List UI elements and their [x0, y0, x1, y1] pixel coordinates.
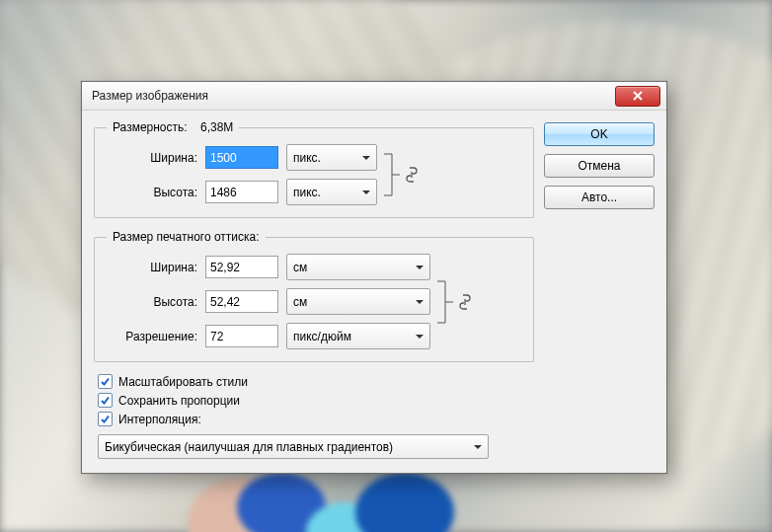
pixel-width-input[interactable] — [205, 146, 278, 169]
resample-label: Интерполяция: — [118, 413, 201, 426]
print-link-brace — [430, 254, 458, 349]
print-height-row: Высота: см — [107, 288, 430, 315]
bracket-icon — [435, 275, 453, 329]
dialog-body: Размерность: 6,38M Ширина: пикс. Высота: — [82, 111, 666, 473]
resolution-label: Разрешение: — [107, 330, 197, 343]
resolution-row: Разрешение: пикс/дюйм — [107, 323, 430, 349]
auto-button-label: Авто... — [581, 190, 617, 204]
print-width-unit-select[interactable]: см — [286, 254, 430, 280]
pixel-height-row: Высота: пикс. — [107, 179, 377, 205]
pixel-dimensions-label: Размерность: — [113, 120, 188, 134]
print-width-unit-text: см — [293, 261, 307, 274]
auto-button[interactable]: Авто... — [544, 186, 655, 209]
cancel-button-label: Отмена — [578, 159, 620, 173]
close-icon — [633, 91, 643, 101]
bracket-icon — [382, 148, 400, 201]
checkbox-icon — [98, 412, 113, 426]
pixel-link-brace — [377, 144, 405, 205]
print-height-label: Высота: — [107, 295, 197, 309]
pixel-width-unit-select[interactable]: пикс. — [286, 144, 377, 171]
constrain-proportions-checkbox[interactable]: Сохранить пропорции — [98, 393, 534, 408]
checkbox-icon — [98, 393, 113, 408]
resample-checkbox[interactable]: Интерполяция: — [98, 412, 534, 426]
options-checks: Масштабировать стили Сохранить пропорции… — [98, 374, 534, 426]
ok-button-label: OK — [590, 127, 607, 141]
pixel-height-unit-select[interactable]: пикс. — [286, 179, 377, 205]
pixel-width-label: Ширина: — [107, 151, 197, 165]
scale-styles-checkbox[interactable]: Масштабировать стили — [98, 374, 534, 389]
print-height-unit-select[interactable]: см — [286, 288, 430, 315]
print-width-input[interactable] — [205, 256, 278, 278]
close-button[interactable] — [615, 86, 660, 107]
pixel-height-unit-text: пикс. — [293, 186, 321, 199]
resolution-unit-select[interactable]: пикс/дюйм — [286, 323, 430, 349]
right-column: OK Отмена Авто... — [534, 120, 655, 459]
print-width-row: Ширина: см — [107, 254, 430, 280]
pixel-dimensions-group: Размерность: 6,38M Ширина: пикс. Высота: — [94, 120, 534, 218]
interpolation-selected-text: Бикубическая (наилучшая для плавных град… — [105, 440, 393, 454]
chain-icon — [458, 293, 472, 311]
pixel-width-unit-text: пикс. — [293, 151, 321, 165]
constrain-label: Сохранить пропорции — [118, 394, 240, 408]
titlebar[interactable]: Размер изображения — [82, 82, 666, 111]
left-column: Размерность: 6,38M Ширина: пикс. Высота: — [94, 120, 534, 459]
pixel-width-row: Ширина: пикс. — [107, 144, 377, 171]
print-width-label: Ширина: — [107, 261, 197, 274]
pixel-height-input[interactable] — [205, 181, 278, 203]
print-height-unit-text: см — [293, 295, 307, 309]
cancel-button[interactable]: Отмена — [544, 154, 655, 178]
print-height-input[interactable] — [205, 290, 278, 313]
pixel-height-label: Высота: — [107, 186, 197, 199]
chain-icon — [405, 166, 419, 184]
resolution-input[interactable] — [205, 325, 278, 347]
pixel-dimensions-legend: Размерность: 6,38M — [107, 120, 239, 134]
ok-button[interactable]: OK — [544, 122, 655, 146]
pixel-dimensions-size: 6,38M — [200, 120, 233, 134]
window-title: Размер изображения — [92, 89, 615, 103]
resolution-unit-text: пикс/дюйм — [293, 330, 351, 343]
checkbox-icon — [98, 374, 113, 389]
scale-styles-label: Масштабировать стили — [118, 375, 248, 389]
image-size-dialog: Размер изображения Размерность: 6,38M Ши… — [81, 81, 667, 474]
print-dimensions-legend: Размер печатного оттиска: — [107, 230, 266, 244]
print-dimensions-group: Размер печатного оттиска: Ширина: см Выс… — [94, 230, 534, 362]
interpolation-select[interactable]: Бикубическая (наилучшая для плавных град… — [98, 434, 489, 459]
